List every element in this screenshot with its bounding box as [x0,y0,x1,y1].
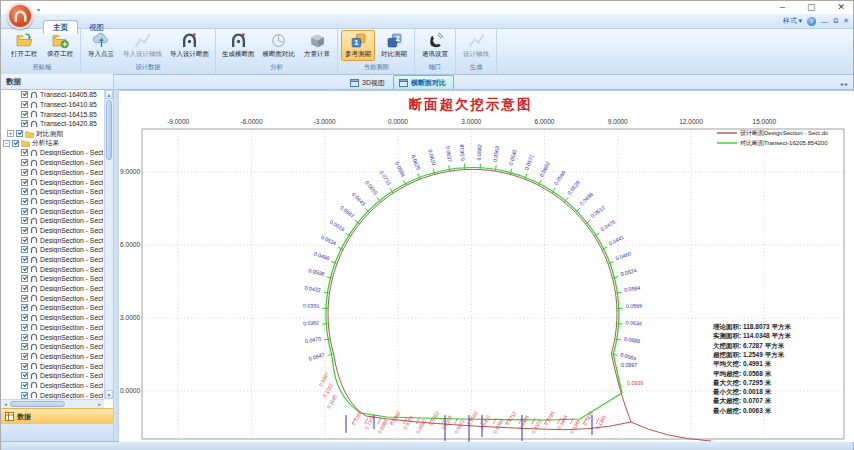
section-compare-viewport[interactable]: -9.0000-6.0000-3.00000.00003.00006.00009… [119,90,853,441]
tree-item-design-section[interactable]: DesignSection - Sect [1,342,104,352]
checkbox-checked[interactable] [21,334,28,341]
ribbon-button-参考测期[interactable]: 1 参考测期 [341,30,375,61]
tree-folder-results[interactable]: − 分析结果 [1,138,104,148]
maximize-button[interactable]: ▢ [807,1,816,14]
tree-item-design-section[interactable]: DesignSection - Sect [1,381,104,391]
checkbox-checked[interactable] [21,169,28,176]
tree-item-transect[interactable]: Transect-16405.85 [1,90,104,100]
checkbox-checked[interactable] [21,295,28,302]
tree-item-design-section[interactable]: DesignSection - Sect [1,352,104,362]
ribbon-button-导入点云[interactable]: 导入点云 [84,30,118,61]
doc-tab-1[interactable]: 横断面对比 [393,75,454,89]
tree-item-design-section[interactable]: DesignSection - Sect [1,206,104,216]
checkbox-checked[interactable] [21,237,28,244]
checkbox-checked[interactable] [21,314,28,321]
tree-horizontal-scrollbar[interactable]: ◂ ▸ [1,399,104,408]
tree-vertical-scrollbar[interactable]: ▲ ▼ [104,90,113,399]
checkbox-checked[interactable] [21,159,28,166]
checkbox-checked[interactable] [16,130,23,137]
ribbon-button-打开工程[interactable]: 打开工程 [7,30,41,61]
tree-item-design-section[interactable]: DesignSection - Sect [1,235,104,245]
ribbon-tab-1[interactable]: 视图 [80,21,113,34]
checkbox-checked[interactable] [21,275,28,282]
scroll-thumb-h[interactable] [10,401,65,407]
style-menu-button[interactable]: 样式 ▾ [783,16,802,26]
checkbox-checked[interactable] [21,372,28,379]
ribbon-restore-button[interactable]: ⧉ [833,17,838,25]
tree-item-design-section[interactable]: DesignSection - Sect [1,371,104,381]
tree-item-design-section[interactable]: DesignSection - Sect [1,303,104,313]
checkbox-checked[interactable] [21,188,28,195]
checkbox-checked[interactable] [12,140,19,147]
tree-item-design-section[interactable]: DesignSection - Sect [1,245,104,255]
tree-item-transect[interactable]: Transect-16420.85 [1,119,104,129]
checkbox-checked[interactable] [21,198,28,205]
tree-item-design-section[interactable]: DesignSection - Sect [1,158,104,168]
tree-item-design-section[interactable]: DesignSection - Sect [1,197,104,207]
checkbox-checked[interactable] [21,343,28,350]
tree-item-design-section[interactable]: DesignSection - Sect [1,255,104,265]
checkbox-checked[interactable] [21,246,28,253]
ribbon-button-横断面对比[interactable]: 横断面对比 [260,30,299,61]
checkbox-checked[interactable] [21,217,28,224]
tree-item-design-section[interactable]: DesignSection - Sect [1,293,104,303]
ribbon-button-生成横断面[interactable]: 生成横断面 [219,30,258,61]
tree-item-transect[interactable]: Transect-16410.85 [1,100,104,110]
ribbon-minimize-button[interactable]: — [821,18,828,25]
checkbox-checked[interactable] [21,111,28,118]
tree-item-design-section[interactable]: DesignSection - Sect [1,390,104,399]
expander-expanded-icon[interactable]: − [3,140,10,147]
tree-item-design-section[interactable]: DesignSection - Sect [1,284,104,294]
checkbox-checked[interactable] [21,304,28,311]
scroll-left-arrow[interactable]: ◂ [1,401,10,407]
checkbox-checked[interactable] [21,227,28,234]
close-button[interactable]: ✕ [837,1,845,14]
doc-tab-0[interactable]: 3D视图 [344,75,393,89]
tree-item-design-section[interactable]: DesignSection - Sect [1,313,104,323]
tree-folder-compare[interactable]: + 对比测期 [1,129,104,139]
checkbox-checked[interactable] [21,208,28,215]
cross-section-chart[interactable]: -9.0000-6.0000-3.00000.00003.00006.00009… [119,91,854,442]
checkbox-checked[interactable] [21,266,28,273]
ribbon-button-设计轴线[interactable]: 设计轴线 [459,30,493,61]
ribbon-button-通讯设置[interactable]: 通讯设置 [418,30,452,61]
checkbox-checked[interactable] [21,179,28,186]
data-panel-bottom-tab[interactable]: 数据 [1,408,113,424]
scroll-up-arrow[interactable]: ▲ [105,90,113,99]
tree-item-design-section[interactable]: DesignSection - Sect [1,361,104,371]
checkbox-checked[interactable] [21,324,28,331]
tree-item-design-section[interactable]: DesignSection - Sect [1,148,104,158]
checkbox-checked[interactable] [21,120,28,127]
app-menu-button[interactable] [7,3,33,29]
tree-item-design-section[interactable]: DesignSection - Sect [1,216,104,226]
checkbox-checked[interactable] [21,285,28,292]
scroll-down-arrow[interactable]: ▼ [105,390,113,399]
checkbox-checked[interactable] [21,353,28,360]
checkbox-checked[interactable] [21,392,28,399]
checkbox-checked[interactable] [21,382,28,389]
checkbox-checked[interactable] [21,149,28,156]
checkbox-checked[interactable] [21,256,28,263]
expander-collapsed-icon[interactable]: + [7,130,14,137]
tree-item-design-section[interactable]: DesignSection - Sect [1,274,104,284]
tree-item-design-section[interactable]: DesignSection - Sect [1,177,104,187]
tree-item-transect[interactable]: Transect-16415.85 [1,109,104,119]
tree-item-design-section[interactable]: DesignSection - Sect [1,168,104,178]
ribbon-button-导入设计轴线[interactable]: 导入设计轴线 [120,30,165,61]
ribbon-button-导入设计断面[interactable]: 导入设计断面 [167,30,212,61]
ribbon-close-button[interactable]: ✕ [843,17,849,25]
ribbon-button-保存工程[interactable]: 保存工程 [43,30,77,61]
tree-item-design-section[interactable]: DesignSection - Sect [1,332,104,342]
doc-tab-scroll-arrows[interactable]: ◂▸ [840,80,850,87]
quick-access-arrow-icon[interactable]: ▾ [37,6,40,13]
scroll-thumb[interactable] [106,100,112,160]
tree-item-design-section[interactable]: DesignSection - Sect [1,187,104,197]
ribbon-tab-0[interactable]: 主页 [43,20,78,34]
help-icon[interactable]: ? [807,17,816,26]
ribbon-button-对比测期[interactable]: 2 对比测期 [377,30,411,61]
tree-item-design-section[interactable]: DesignSection - Sect [1,264,104,274]
tree-item-design-section[interactable]: DesignSection - Sect [1,226,104,236]
checkbox-checked[interactable] [21,91,28,98]
checkbox-checked[interactable] [21,363,28,370]
scroll-right-arrow[interactable]: ▸ [95,401,104,407]
